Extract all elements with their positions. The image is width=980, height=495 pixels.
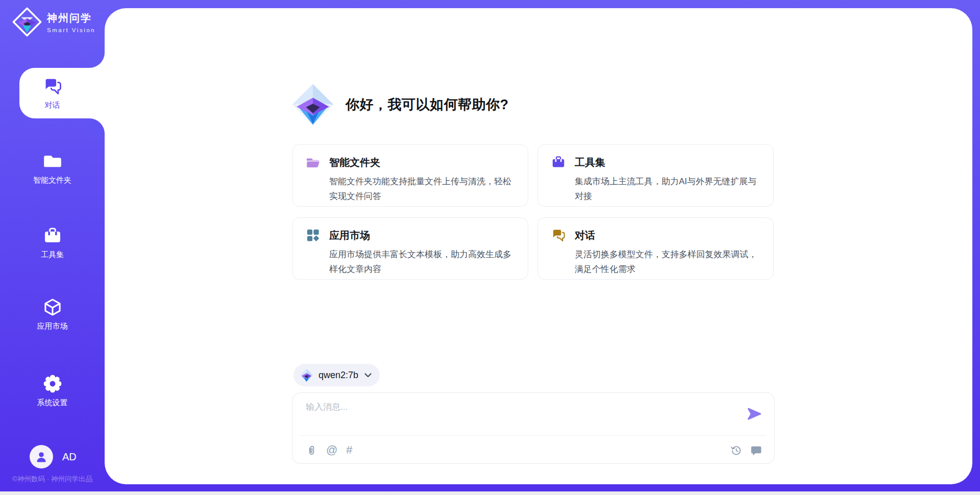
card-description: 应用市场提供丰富长文本模板，助力高效生成多样化文章内容 [329, 247, 516, 277]
sidebar-item-label: 智能文件夹 [33, 176, 71, 185]
brand-logo-icon [12, 7, 42, 37]
sidebar-footer: ©神州数码 · 神州问学出品 [0, 475, 105, 484]
active-tab-fillet-bottom [89, 118, 105, 134]
card-description: 智能文件夹功能支持批量文件上传与清洗，轻松实现文件问答 [329, 174, 516, 204]
sidebar-item-label: 工具集 [41, 250, 64, 260]
card-title: 应用市场 [329, 229, 370, 242]
paperclip-icon[interactable] [306, 444, 317, 456]
sidebar-item-toolset[interactable]: 工具集 [0, 221, 105, 263]
card-chat[interactable]: 对话 灵活切换多模型文件，支持多样回复效果调试，满足个性化需求 [537, 217, 774, 280]
card-title: 工具集 [575, 156, 605, 169]
card-smart-folder[interactable]: 智能文件夹 智能文件夹功能支持批量文件上传与清洗，轻松实现文件问答 [292, 144, 528, 207]
at-icon[interactable]: @ [326, 444, 337, 456]
greeting-text: 你好，我可以如何帮助你? [346, 95, 509, 114]
sidebar-item-chat[interactable]: 对话 [0, 68, 105, 118]
gear-icon [42, 374, 63, 394]
card-title: 智能文件夹 [329, 156, 380, 169]
sidebar-item-smart-folder[interactable]: 智能文件夹 [0, 147, 105, 189]
model-logo-icon [300, 368, 313, 382]
folder-icon [42, 151, 63, 171]
hash-icon[interactable]: # [346, 444, 352, 456]
app-logo-icon [291, 83, 334, 126]
sidebar-item-label: 应用市场 [37, 321, 68, 331]
greeting-section: 你好，我可以如何帮助你? [291, 83, 509, 126]
brand: 神州问学 Smart Vision [12, 7, 95, 37]
open-folder-icon [305, 155, 321, 170]
card-description: 灵活切换多模型文件，支持多样回复效果调试，满足个性化需求 [575, 247, 762, 277]
brand-name: 神州问学 [47, 11, 95, 25]
message-composer: @ # [292, 392, 775, 464]
bottom-edge-strip [0, 491, 980, 495]
composer-toolbar: @ # [306, 436, 762, 464]
sidebar-item-label: 对话 [45, 101, 60, 110]
avatar [30, 445, 53, 468]
main-content-panel: 你好，我可以如何帮助你? 智能文件夹 智能文件夹功能支持批量文件上传与清洗，轻松… [105, 8, 972, 484]
user-avatar-icon [34, 449, 49, 464]
history-icon[interactable] [730, 444, 742, 456]
sidebar-item-label: 系统设置 [37, 398, 68, 408]
brand-subtitle: Smart Vision [47, 27, 95, 33]
sidebar: 神州问学 Smart Vision 对话 智能文件夹 工具集 应用市场 系统设置… [0, 0, 105, 495]
chat-icon [551, 228, 566, 243]
model-selector[interactable]: qwen2:7b [293, 364, 380, 386]
card-app-market[interactable]: 应用市场 应用市场提供丰富长文本模板，助力高效生成多样化文章内容 [292, 217, 528, 280]
card-title: 对话 [575, 229, 595, 242]
chat-icon [42, 76, 63, 96]
message-input[interactable] [306, 401, 734, 430]
feature-cards: 智能文件夹 智能文件夹功能支持批量文件上传与清洗，轻松实现文件问答 工具集 集成… [292, 144, 774, 280]
app-grid-icon [305, 228, 321, 243]
briefcase-icon [42, 226, 63, 246]
send-icon[interactable] [747, 406, 762, 422]
briefcase-icon [551, 155, 566, 170]
card-toolset[interactable]: 工具集 集成市场上主流工具，助力AI与外界无缝扩展与对接 [537, 144, 774, 207]
chat-bubble-icon[interactable] [750, 444, 762, 456]
chevron-down-icon [364, 373, 372, 378]
user-account[interactable]: AD [30, 445, 77, 468]
card-description: 集成市场上主流工具，助力AI与外界无缝扩展与对接 [575, 174, 762, 204]
cube-icon [42, 297, 63, 317]
active-tab-fillet-top [89, 53, 105, 68]
sidebar-item-app-market[interactable]: 应用市场 [0, 293, 105, 335]
sidebar-item-settings[interactable]: 系统设置 [0, 369, 105, 411]
model-name: qwen2:7b [318, 370, 358, 381]
user-name: AD [62, 451, 77, 463]
